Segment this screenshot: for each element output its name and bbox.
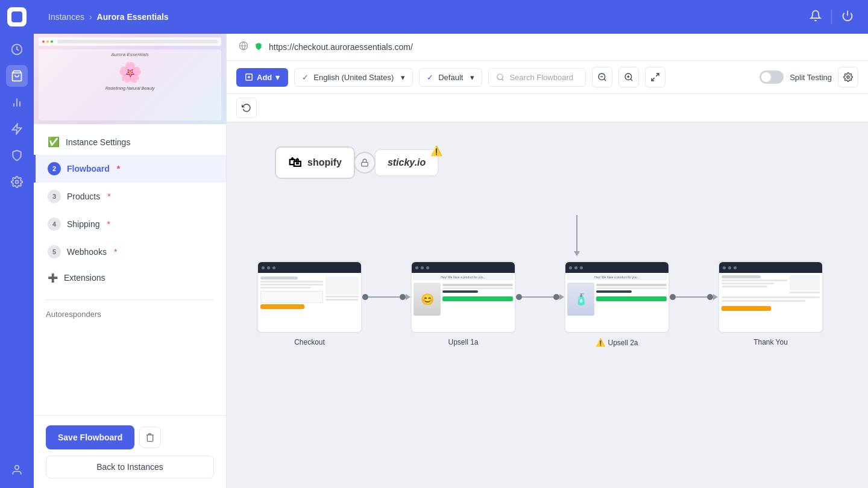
split-testing-row: Split Testing [760,70,832,84]
header-divider [831,10,832,24]
flow-connector-1 [362,294,410,300]
sidebar-item-extensions[interactable]: ➕ Extensions [34,266,226,290]
nav-icon-store[interactable] [6,65,28,87]
connector-dot-left3 [670,294,676,300]
nav-icon-user[interactable] [6,459,28,481]
checkout-thumb-header [258,262,361,273]
svg-line-20 [631,79,632,81]
shopify-bag-icon: 🛍 [288,155,301,170]
top-header: Instances › Aurora Essentials [34,0,868,34]
flowboard-step-num: 2 [48,162,61,175]
header-icons [810,10,854,25]
sticky-integration-box[interactable]: ⚠️ sticky.io [374,149,439,177]
flow-page-upsell2a: Hey! We have a product for you... 🧴 [564,261,670,347]
search-placeholder: Search Flowboard [509,73,573,82]
dot3 [580,266,583,269]
settings-button[interactable] [838,67,858,87]
sidebar-nav: ✅ Instance Settings 2 Flowboard * 3 Prod… [34,124,226,295]
svg-point-6 [16,181,19,184]
flow-row: Checkout [257,261,844,347]
products-required: * [107,192,110,201]
breadcrumb-instances[interactable]: Instances [48,12,84,22]
zoom-in-button[interactable] [618,67,639,87]
split-testing-toggle[interactable] [760,70,784,84]
down-connector [309,215,844,256]
nav-icon-reports[interactable] [6,92,28,113]
power-icon[interactable] [841,10,854,25]
default-select[interactable]: ✓ Default ▾ [419,68,482,87]
connector-dot-right [400,294,406,300]
checkout-thumb-body [258,273,361,313]
flow-page-checkout: Checkout [257,261,362,346]
history-button[interactable] [236,98,257,118]
connector-arrow [406,294,410,300]
thankyou-thumb[interactable] [718,261,823,333]
sidebar-item-instance-settings[interactable]: ✅ Instance Settings [34,129,226,155]
svg-line-17 [604,79,606,81]
save-flowboard-button[interactable]: Save Flowboard [46,425,134,449]
nav-icon-analytics[interactable] [6,39,28,60]
nav-icon-settings[interactable] [6,171,28,193]
extensions-label: Extensions [64,273,105,283]
flow-page-upsell1a: Hey! We have a product for you... 😊 [410,261,516,346]
dot3 [426,266,429,269]
zoom-out-button[interactable] [592,67,612,87]
products-step-num: 3 [48,190,61,203]
language-select[interactable]: ✓ English (United States) ▾ [294,68,413,87]
flowboard-canvas[interactable]: 🛍 shopify ⚠️ sticky.io [227,122,868,488]
sidebar-item-shipping[interactable]: 4 Shipping * [34,210,226,238]
sticky-label: sticky.io [388,157,426,167]
default-label: Default [438,73,463,82]
connector-line [368,296,400,298]
sidebar-item-products[interactable]: 3 Products * [34,183,226,210]
shield-icon [254,42,263,52]
main-content: Instances › Aurora Essentials [34,0,868,488]
connector-arrow3 [713,294,718,300]
svg-rect-26 [362,162,368,166]
app-logo[interactable] [7,7,27,27]
sidebar-divider [46,299,214,300]
upsell1a-thumb[interactable]: Hey! We have a product for you... 😊 [410,261,516,333]
globe-icon [239,41,248,53]
svg-line-15 [502,79,504,81]
webhooks-step-num: 5 [48,245,61,258]
sidebar-item-webhooks[interactable]: 5 Webhooks * [34,238,226,266]
nav-icon-lightning[interactable] [6,118,28,140]
dot1 [723,266,726,269]
nav-icon-shield[interactable] [6,145,28,166]
products-label: Products [67,192,100,201]
add-chevron-icon: ▾ [275,73,280,82]
dot1 [415,266,418,269]
lang-chevron-icon: ▾ [401,73,405,82]
dot2 [267,266,270,269]
add-button[interactable]: Add ▾ [236,68,288,87]
flow-page-thankyou: Thank You [718,261,823,346]
upsell2a-thumb[interactable]: Hey! We have a product for you... 🧴 [564,261,670,333]
flowboard-label: Flowboard [67,164,110,174]
preview-image: Aurora Essentials 🌸 Redefining Natural B… [34,34,226,124]
shopify-label: shopify [307,157,342,168]
sidebar-item-flowboard[interactable]: 2 Flowboard * [34,155,226,183]
svg-point-14 [497,74,503,80]
checkout-thumb[interactable] [257,261,362,333]
default-chevron-icon: ▾ [470,73,474,82]
integration-row: 🛍 shopify ⚠️ sticky.io [275,146,844,179]
delete-button[interactable] [139,427,161,448]
thankyou-thumb-header [719,262,822,273]
main-panel: https://checkout.auroraessentials.com/ A… [227,34,868,488]
autoresponders-label[interactable]: Autoresponders [34,305,226,324]
connector-dot-left2 [516,294,522,300]
sidebar: Aurora Essentials 🌸 Redefining Natural B… [34,34,227,488]
shopify-integration-box[interactable]: 🛍 shopify [275,146,355,179]
shipping-step-num: 4 [48,217,61,231]
back-to-instances-button[interactable]: Back to Instances [46,455,214,478]
upsell2a-body: Hey! We have a product for you... 🧴 [565,273,668,316]
notification-icon[interactable] [810,10,822,25]
webhooks-label: Webhooks [67,247,107,257]
flowboard-required: * [117,164,120,174]
connector-arrow2 [559,294,564,300]
search-flowboard-input[interactable]: Search Flowboard [488,68,586,87]
expand-button[interactable] [645,67,665,87]
content-area: Aurora Essentials 🌸 Redefining Natural B… [34,34,868,488]
shipping-required: * [107,219,110,229]
